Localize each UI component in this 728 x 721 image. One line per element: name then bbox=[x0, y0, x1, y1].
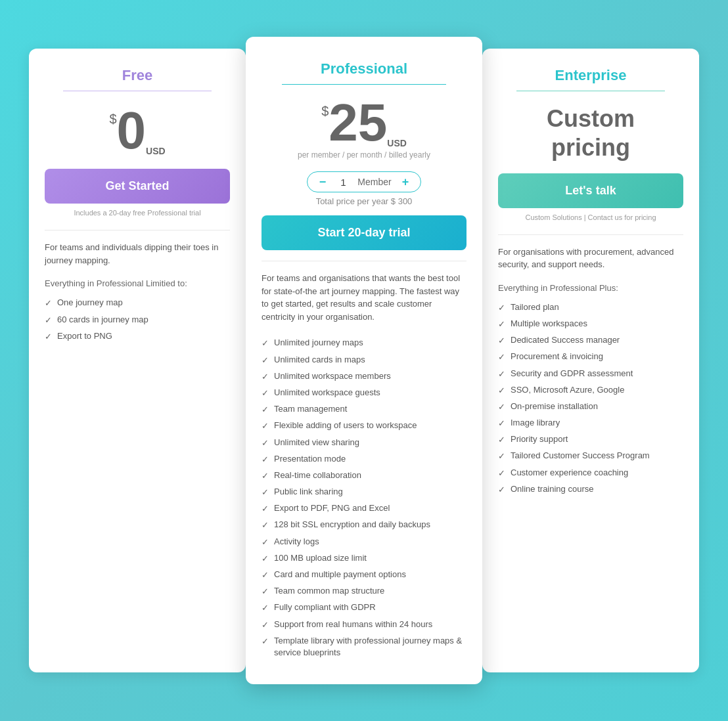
member-selector: − 1 Member + bbox=[307, 171, 421, 192]
list-item: ✓Card and multiple payment options bbox=[262, 567, 466, 583]
check-icon: ✓ bbox=[262, 636, 269, 647]
professional-feature-list: ✓Unlimited journey maps✓Unlimited cards … bbox=[262, 335, 466, 661]
check-icon: ✓ bbox=[498, 318, 505, 330]
list-item: ✓Export to PDF, PNG and Excel bbox=[262, 500, 466, 517]
check-icon: ✓ bbox=[262, 355, 269, 366]
enterprise-feature-list: ✓Tailored plan✓Multiple workspaces✓Dedic… bbox=[498, 299, 683, 498]
free-divider bbox=[63, 91, 212, 92]
check-icon: ✓ bbox=[498, 368, 505, 380]
check-icon: ✓ bbox=[262, 338, 269, 349]
member-count: 1 bbox=[336, 177, 350, 188]
list-item: ✓SSO, Microsoft Azure, Google bbox=[498, 382, 683, 399]
list-item: ✓Presentation mode bbox=[262, 451, 466, 468]
professional-description: For teams and organisations that wants t… bbox=[262, 272, 466, 323]
list-item: ✓Priority support bbox=[498, 431, 683, 448]
list-item: ✓Unlimited view sharing bbox=[262, 435, 466, 451]
check-icon: ✓ bbox=[262, 404, 269, 416]
check-icon: ✓ bbox=[262, 503, 269, 515]
check-icon: ✓ bbox=[262, 371, 269, 383]
enterprise-cta-button[interactable]: Let's talk bbox=[498, 173, 683, 208]
enterprise-title: Enterprise bbox=[498, 67, 683, 84]
check-icon: ✓ bbox=[498, 484, 505, 496]
check-icon: ✓ bbox=[498, 434, 505, 446]
list-item: ✓Fully compliant with GDPR bbox=[262, 600, 466, 616]
check-icon: ✓ bbox=[45, 331, 52, 343]
list-item: ✓Team management bbox=[262, 401, 466, 418]
free-price-area: $ 0 USD bbox=[45, 104, 230, 157]
list-item: ✓Support from real humans within 24 hour… bbox=[262, 617, 466, 633]
list-item: ✓On-premise installation bbox=[498, 399, 683, 415]
professional-divider bbox=[282, 84, 446, 85]
pricing-container: Free $ 0 USD Get Started Includes a 20-d… bbox=[9, 49, 719, 672]
free-cta-note: Includes a 20-day free Professional tria… bbox=[45, 209, 230, 217]
list-item: ✓Unlimited workspace guests bbox=[262, 385, 466, 401]
enterprise-cta-note: Custom Solutions | Contact us for pricin… bbox=[498, 213, 683, 221]
check-icon: ✓ bbox=[45, 297, 52, 309]
check-icon: ✓ bbox=[498, 335, 505, 347]
check-icon: ✓ bbox=[262, 586, 269, 598]
professional-title: Professional bbox=[262, 60, 466, 77]
enterprise-divider bbox=[516, 91, 665, 92]
list-item: ✓Image library bbox=[498, 415, 683, 431]
enterprise-section-divider bbox=[498, 234, 683, 235]
list-item: ✓Multiple workspaces bbox=[498, 316, 683, 332]
list-item: ✓Dedicated Success manager bbox=[498, 332, 683, 349]
free-number: 0 bbox=[117, 106, 147, 156]
list-item: ✓Security and GDPR assessment bbox=[498, 366, 683, 382]
free-title: Free bbox=[45, 67, 230, 84]
enterprise-custom-price: Custompricing bbox=[547, 104, 635, 161]
list-item: ✓Public link sharing bbox=[262, 484, 466, 500]
check-icon: ✓ bbox=[262, 569, 269, 581]
free-dollar: $ bbox=[109, 112, 116, 125]
list-item: ✓One journey map bbox=[45, 295, 230, 311]
free-description: For teams and individuals dipping their … bbox=[45, 241, 230, 267]
check-icon: ✓ bbox=[498, 468, 505, 479]
professional-price-sub: per member / per month / billed yearly bbox=[298, 150, 430, 160]
check-icon: ✓ bbox=[262, 437, 269, 449]
check-icon: ✓ bbox=[262, 470, 269, 482]
total-price: Total price per year $ 300 bbox=[262, 196, 466, 206]
check-icon: ✓ bbox=[498, 418, 505, 429]
list-item: ✓Tailored plan bbox=[498, 299, 683, 316]
check-icon: ✓ bbox=[498, 385, 505, 397]
list-item: ✓Online training course bbox=[498, 481, 683, 498]
professional-usd: USD bbox=[387, 139, 407, 148]
list-item: ✓Team common map structure bbox=[262, 583, 466, 600]
member-label: Member bbox=[357, 177, 391, 187]
professional-price-main: $ 25 USD bbox=[321, 98, 407, 148]
list-item: ✓Real-time collaboration bbox=[262, 468, 466, 484]
check-icon: ✓ bbox=[262, 553, 269, 565]
check-icon: ✓ bbox=[498, 302, 505, 314]
enterprise-price-area: Custompricing bbox=[498, 104, 683, 161]
check-icon: ✓ bbox=[262, 619, 269, 631]
check-icon: ✓ bbox=[262, 519, 269, 531]
check-icon: ✓ bbox=[262, 487, 269, 498]
check-icon: ✓ bbox=[498, 401, 505, 413]
check-icon: ✓ bbox=[45, 315, 52, 326]
list-item: ✓Customer experience coaching bbox=[498, 465, 683, 481]
list-item: ✓Tailored Customer Success Program bbox=[498, 448, 683, 464]
professional-cta-button[interactable]: Start 20-day trial bbox=[262, 215, 466, 250]
list-item: ✓Unlimited cards in maps bbox=[262, 352, 466, 368]
professional-dollar: $ bbox=[321, 104, 329, 118]
list-item: ✓Unlimited journey maps bbox=[262, 335, 466, 351]
check-icon: ✓ bbox=[262, 420, 269, 432]
list-item: ✓60 cards in journey map bbox=[45, 312, 230, 328]
professional-price-area: $ 25 USD per member / per month / billed… bbox=[262, 98, 466, 160]
free-price-main: $ 0 USD bbox=[109, 106, 165, 156]
check-icon: ✓ bbox=[498, 351, 505, 363]
free-card: Free $ 0 USD Get Started Includes a 20-d… bbox=[29, 49, 246, 672]
check-icon: ✓ bbox=[262, 387, 269, 399]
enterprise-card: Enterprise Custompricing Let's talk Cust… bbox=[482, 49, 699, 672]
enterprise-features-header: Everything in Professional Plus: bbox=[498, 283, 683, 293]
list-item: ✓Unlimited workspace members bbox=[262, 368, 466, 385]
free-cta-button[interactable]: Get Started bbox=[45, 169, 230, 204]
list-item: ✓Procurement & invoicing bbox=[498, 349, 683, 365]
member-increment-button[interactable]: + bbox=[399, 176, 412, 188]
list-item: ✓Activity logs bbox=[262, 534, 466, 550]
list-item: ✓Template library with professional jour… bbox=[262, 633, 466, 661]
member-decrement-button[interactable]: − bbox=[317, 176, 329, 188]
list-item: ✓128 bit SSL encryption and daily backup… bbox=[262, 517, 466, 533]
check-icon: ✓ bbox=[262, 602, 269, 614]
enterprise-description: For organisations with procurement, adva… bbox=[498, 246, 683, 271]
